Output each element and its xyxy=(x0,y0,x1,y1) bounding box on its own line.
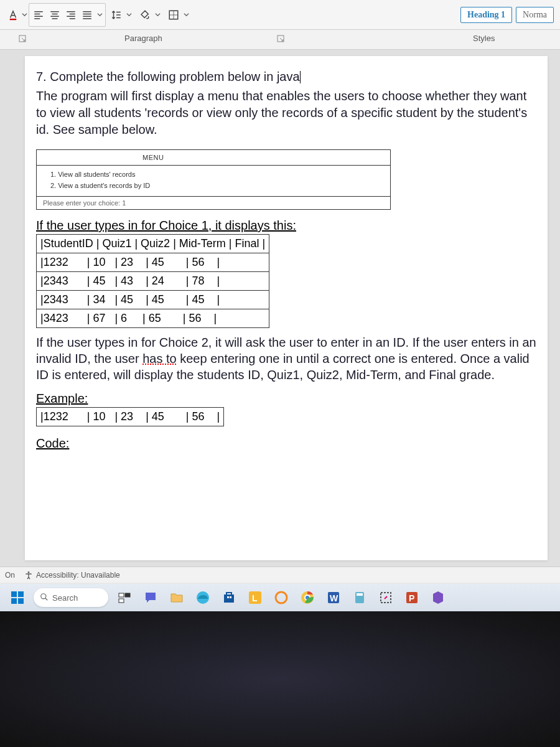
svg-point-4 xyxy=(28,571,30,573)
q-number: 7. xyxy=(36,70,47,83)
choice2-paragraph: If the user types in for Choice 2, it wi… xyxy=(36,334,536,383)
menu-item: 1. View all students' records xyxy=(50,169,384,181)
dialog-launcher-icon[interactable] xyxy=(19,35,27,44)
style-heading1[interactable]: Heading 1 xyxy=(460,7,512,23)
line-spacing-icon[interactable] xyxy=(110,8,123,22)
styles-group: Heading 1 Norma xyxy=(460,7,554,23)
svg-rect-6 xyxy=(18,591,24,597)
calc-icon[interactable] xyxy=(350,588,370,608)
accessibility-status[interactable]: Accessibility: Unavailable xyxy=(24,570,120,580)
windows-start-icon[interactable] xyxy=(7,588,27,608)
table-header-row: |StudentID | Quiz1 | Quiz2 | Mid-Term | … xyxy=(37,235,269,253)
line-spacing-group xyxy=(107,3,134,27)
ribbon-group-labels: Paragraph Styles xyxy=(0,30,560,50)
svg-rect-10 xyxy=(119,593,124,597)
accessibility-icon xyxy=(24,570,34,580)
svg-text:L: L xyxy=(252,593,258,603)
file-explorer-icon[interactable] xyxy=(167,588,187,608)
svg-rect-0 xyxy=(10,19,17,20)
app-circle-icon[interactable] xyxy=(271,588,291,608)
align-right-icon[interactable] xyxy=(64,8,78,22)
svg-text:P: P xyxy=(409,593,414,603)
vs-icon[interactable] xyxy=(428,588,448,608)
table-row: |1232 | 10 | 23 | 45 | 56 | xyxy=(37,253,269,272)
students-table: |StudentID | Quiz1 | Quiz2 | Mid-Term | … xyxy=(36,234,269,328)
svg-rect-8 xyxy=(18,598,24,604)
table-row: |1232 | 10 | 23 | 45 | 56 | xyxy=(37,408,224,426)
page: 7. Complete the following problem below … xyxy=(25,56,548,560)
document-canvas[interactable]: 7. Complete the following problem below … xyxy=(0,50,560,566)
windows-taskbar: Search L W P xyxy=(0,584,560,611)
svg-point-9 xyxy=(41,593,46,598)
status-bar: On Accessibility: Unavailable xyxy=(0,566,560,583)
code-label: Code: xyxy=(36,436,536,451)
q-body: The program will first display a menu th… xyxy=(36,88,536,138)
chevron-down-icon[interactable] xyxy=(96,12,103,17)
svg-rect-5 xyxy=(11,591,17,597)
menu-items: 1. View all students' records 2. View a … xyxy=(37,166,390,197)
question-text: 7. Complete the following problem below … xyxy=(36,68,536,138)
example-label: Example: xyxy=(36,392,536,406)
group-label-paragraph: Paragraph xyxy=(124,34,162,43)
align-justify-icon[interactable] xyxy=(80,8,94,22)
table-row: |2343 | 45 | 43 | 24 | 78 | xyxy=(37,272,269,291)
svg-text:W: W xyxy=(330,593,338,603)
table-row: |3423 | 67 | 6 | 65 | 56 | xyxy=(37,309,269,328)
taskbar-search[interactable]: Search xyxy=(34,588,108,607)
shading-group xyxy=(136,3,163,27)
choice1-lead: If the user types in for Choice 1, it di… xyxy=(36,218,536,233)
chevron-down-icon[interactable] xyxy=(126,12,132,17)
spellcheck-underline: has to xyxy=(142,352,176,365)
physical-keyboard xyxy=(0,611,560,747)
status-on: On xyxy=(5,571,15,580)
borders-group xyxy=(164,3,192,27)
q-title: Complete the following problem below in … xyxy=(47,70,300,83)
task-view-icon[interactable] xyxy=(114,588,134,608)
align-center-icon[interactable] xyxy=(48,8,62,22)
svg-point-19 xyxy=(276,592,287,603)
align-left-icon[interactable] xyxy=(32,8,45,22)
menu-header: MENU xyxy=(37,150,390,166)
chrome-icon[interactable] xyxy=(297,588,317,608)
chevron-down-icon[interactable] xyxy=(183,12,189,17)
menu-sample-box: MENU 1. View all students' records 2. Vi… xyxy=(36,149,391,210)
word-icon[interactable]: W xyxy=(324,588,343,608)
search-icon xyxy=(40,593,49,603)
svg-rect-12 xyxy=(119,599,124,603)
svg-rect-15 xyxy=(227,596,229,598)
edge-icon[interactable] xyxy=(193,588,213,608)
snip-icon[interactable] xyxy=(376,588,396,608)
paint-bucket-icon[interactable] xyxy=(138,8,152,22)
svg-rect-7 xyxy=(11,598,17,604)
table-row: |2343 | 34 | 45 | 45 | 45 | xyxy=(37,291,269,309)
svg-rect-14 xyxy=(224,594,234,603)
style-normal[interactable]: Norma xyxy=(516,7,554,23)
word-app-window: Heading 1 Norma Paragraph Styles 7. Comp… xyxy=(0,0,560,598)
dialog-launcher-icon[interactable] xyxy=(277,35,286,44)
paragraph-align-group xyxy=(29,3,106,27)
svg-rect-16 xyxy=(230,596,231,598)
group-label-styles: Styles xyxy=(473,34,495,43)
store-icon[interactable] xyxy=(219,588,239,608)
app-l-icon[interactable]: L xyxy=(245,588,265,608)
ribbon: Heading 1 Norma xyxy=(0,0,560,30)
text-cursor xyxy=(300,71,301,83)
chat-icon[interactable] xyxy=(141,588,161,608)
example-table: |1232 | 10 | 23 | 45 | 56 | xyxy=(36,407,224,426)
search-placeholder: Search xyxy=(52,593,78,603)
chevron-down-icon[interactable] xyxy=(21,12,27,17)
menu-item: 2. View a student's records by ID xyxy=(50,181,384,192)
menu-prompt: Please enter your choice: 1 xyxy=(37,197,390,209)
powerpoint-icon[interactable]: P xyxy=(402,588,422,608)
chevron-down-icon[interactable] xyxy=(154,12,161,17)
font-color-icon[interactable] xyxy=(6,8,20,22)
svg-rect-26 xyxy=(357,593,363,596)
svg-rect-11 xyxy=(125,593,130,597)
borders-icon[interactable] xyxy=(167,8,180,22)
